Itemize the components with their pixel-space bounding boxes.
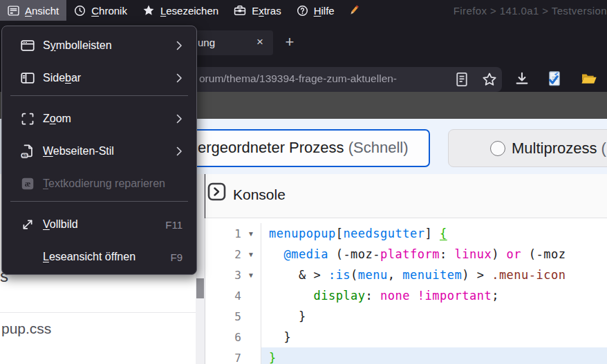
tab-close-icon[interactable]: ×	[252, 34, 268, 50]
menu-item-shortcut: F9	[170, 251, 183, 263]
line-number: 2	[205, 248, 241, 261]
line-number: 3	[205, 269, 241, 282]
sidebar-icon	[20, 70, 35, 86]
line-number: 1	[205, 227, 241, 240]
menubar-item-label: Hilfe	[314, 5, 335, 17]
code-line-text: display: none !important;	[261, 285, 607, 306]
clock-icon	[74, 5, 86, 17]
list-separator	[0, 312, 196, 313]
code-line-text: }	[261, 327, 607, 347]
pencil-icon	[348, 4, 360, 17]
option-hint: (Lan	[601, 140, 607, 157]
menu-bar-items: AnsichtChronikLesezeichenExtrasHilfe	[0, 0, 342, 21]
option-label: ergeordneter Prozess	[198, 139, 348, 156]
code-line[interactable]: 2▼ @media (-moz-platform: linux) or (-mo…	[205, 244, 607, 265]
submenu-chevron-icon	[176, 73, 183, 83]
page-style-icon: CSS	[20, 144, 35, 159]
code-line[interactable]: 3▼ & > :is(menu, menuitem) > .menu-icon	[205, 265, 607, 285]
code-line-text: & > :is(menu, menuitem) > .menu-icon	[261, 265, 607, 285]
menu-item-shortcut: F11	[165, 219, 183, 231]
text-encoding-icon: æ	[20, 176, 35, 191]
menu-item-label: Leseansicht öffnen	[43, 251, 170, 263]
console-title: Konsole	[233, 186, 286, 203]
menu-item-label: Textkodierung reparieren	[43, 178, 183, 190]
fold-arrow-icon[interactable]: ▼	[241, 251, 261, 258]
menu-item-textkodierung-reparieren: æTextkodierung reparieren	[2, 169, 196, 199]
stylesheet-list-item[interactable]: pup.css	[1, 320, 51, 337]
line-number: 6	[205, 331, 241, 344]
menu-item-label: Webseiten-Stil	[43, 145, 176, 157]
menubar-item-chronik[interactable]: Chronik	[66, 0, 135, 21]
bookmark-star-icon[interactable]	[481, 71, 498, 88]
menu-separator	[10, 95, 188, 96]
view-icon	[8, 5, 19, 17]
line-number: 4	[205, 289, 241, 303]
code-line[interactable]: 1▼menupopup[needsgutter] {	[205, 223, 607, 244]
svg-text:CSS: CSS	[21, 153, 28, 157]
fold-arrow-icon[interactable]: ▼	[241, 230, 261, 238]
menubar-item-ansicht[interactable]: Ansicht	[0, 0, 66, 21]
menu-item-label: Sidebar	[43, 72, 176, 84]
new-tab-button[interactable]: +	[280, 33, 299, 52]
line-number: 5	[205, 310, 241, 323]
menubar-item-label: Lesezeichen	[160, 5, 218, 17]
menu-item-leseansicht-öffnen[interactable]: Leseansicht öffnenF9	[2, 242, 196, 272]
submenu-chevron-icon	[176, 146, 183, 156]
menubar-item-hilfe[interactable]: Hilfe	[289, 0, 342, 21]
download-button[interactable]	[513, 70, 531, 88]
css-source-editor[interactable]: 1▼menupopup[needsgutter] {2▼ @media (-mo…	[205, 218, 607, 364]
menubar-item-label: Extras	[252, 5, 281, 17]
option-label: Multiprozess	[512, 140, 601, 157]
svg-text:æ: æ	[25, 179, 31, 189]
submenu-chevron-icon	[176, 114, 183, 124]
menu-item-label: Symbolleisten	[43, 39, 176, 52]
radio-button-icon[interactable]	[490, 141, 505, 156]
url-bar[interactable]: orum/thema/139394-frage-zum-aktuellen-	[166, 67, 502, 92]
menu-item-symbolleisten[interactable]: Symbolleisten	[2, 30, 196, 61]
url-text: orum/thema/139394-frage-zum-aktuellen-	[199, 73, 441, 85]
submenu-chevron-icon	[176, 41, 183, 50]
menu-item-sidebar[interactable]: Sidebar	[2, 63, 196, 93]
menu-bar: AnsichtChronikLesezeichenExtrasHilfe	[0, 0, 607, 21]
code-line[interactable]: 4 display: none !important;	[205, 285, 607, 306]
code-line[interactable]: 5 }	[205, 306, 607, 327]
menubar-item-label: Chronik	[91, 5, 127, 17]
menu-item-webseiten-stil[interactable]: CSSWebseiten-Stil	[2, 136, 196, 166]
menu-item-zoom[interactable]: Zoom	[2, 104, 196, 134]
extension-button[interactable]	[545, 70, 563, 88]
tab-title: ung	[198, 37, 215, 48]
code-line-text: }	[261, 306, 607, 327]
fold-arrow-icon[interactable]: ▼	[241, 271, 261, 279]
reader-mode-icon[interactable]	[454, 71, 470, 88]
code-line-text: menupopup[needsgutter] {	[261, 223, 607, 244]
code-line[interactable]: 7}	[205, 347, 607, 364]
help-icon	[297, 5, 308, 17]
zoom-icon	[20, 111, 35, 126]
toolbox-icon	[234, 4, 246, 17]
menu-item-label: Vollbild	[43, 218, 165, 231]
option-card-text: ergeordneter Prozess (Schnell)	[198, 139, 408, 157]
code-line[interactable]: 6 }	[205, 327, 607, 347]
menu-item-label: Zoom	[43, 113, 176, 125]
menubar-item-lesezeichen[interactable]: Lesezeichen	[135, 0, 226, 21]
folder-button[interactable]	[580, 70, 598, 88]
console-icon	[207, 182, 226, 201]
view-menu-popup: SymbolleistenSidebarZoomCSSWebseiten-Sti…	[1, 26, 197, 275]
star-icon	[142, 4, 155, 17]
no-icon	[20, 249, 35, 265]
menubar-item-extras[interactable]: Extras	[226, 0, 289, 21]
option-card-text: Multiprozess (Lan	[512, 140, 607, 157]
option-hint: (Schnell)	[348, 139, 409, 156]
menu-separator	[10, 201, 188, 202]
fullscreen-icon	[20, 217, 35, 232]
browser-window: ergeordneter Prozess (Schnell) Multiproz…	[0, 0, 607, 364]
console-panel-header[interactable]: Konsole	[205, 174, 607, 218]
code-line-text: @media (-moz-platform: linux) or (-moz	[261, 244, 607, 265]
scrollbar-thumb[interactable]	[196, 278, 204, 298]
option-card-multiprocess[interactable]: Multiprozess (Lan	[448, 129, 607, 167]
line-number: 7	[205, 352, 241, 364]
menubar-item-label: Ansicht	[25, 5, 59, 17]
code-line-text: }	[261, 347, 607, 364]
menu-item-vollbild[interactable]: VollbildF11	[2, 209, 196, 240]
toolbars-icon	[20, 38, 35, 53]
